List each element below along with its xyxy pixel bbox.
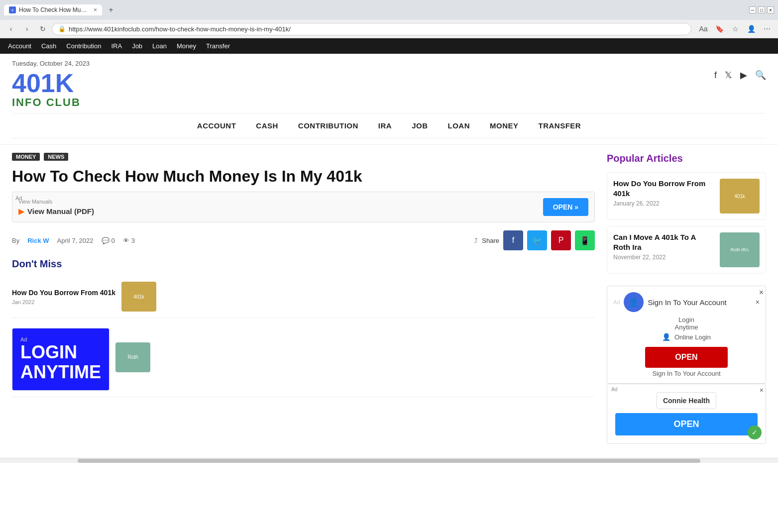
author-by-label: By (12, 237, 19, 244)
popular-text-1: How Do You Borrow From 401k January 26, … (613, 179, 714, 207)
twitter-icon[interactable]: 𝕏 (725, 70, 732, 81)
popular-item-2[interactable]: Can I Move A 401k To A Roth Ira November… (607, 226, 766, 274)
nav-cash[interactable]: CASH (256, 121, 278, 130)
content-wrapper: MONEY NEWS How To Check How Much Money I… (0, 145, 778, 458)
browser-titlebar: 4 How To Check How Much Mone... × + ─ □ … (0, 0, 778, 20)
nav-money[interactable]: MONEY (490, 121, 519, 130)
maximize-button[interactable]: □ (758, 6, 765, 13)
ad-label: Ad (15, 195, 22, 201)
dont-miss-item-1[interactable]: How Do You Borrow From 401k Jan 2022 401… (12, 276, 595, 318)
refresh-button[interactable]: ↻ (36, 22, 50, 36)
popular-thumb-1: 401k (720, 179, 760, 213)
nav-ira[interactable]: IRA (378, 121, 392, 130)
sidebar-ad-close-icon[interactable]: × (760, 386, 764, 394)
browser-chrome: 4 How To Check How Much Mone... × + ─ □ … (0, 0, 778, 38)
popup-sign-in-text: Sign In To Your Account (652, 370, 720, 377)
sidebar-ad: Ad × Connie Health OPEN ✓ (607, 384, 766, 444)
ad-banner: Ad View Manuals ▶ View Manual (PDF) OPEN… (12, 192, 595, 222)
header-top: Tuesday, October 24, 2023 401K INFO CLUB… (12, 60, 766, 109)
ad-open-button[interactable]: OPEN » (543, 198, 588, 216)
dm-date-1: Jan 2022 (12, 299, 115, 305)
address-bar[interactable]: 🔒 https://www.401kinfoclub.com/how-to-ch… (52, 23, 691, 35)
dm-thumb-img-1: 401k (121, 282, 156, 312)
search-icon[interactable]: 🔍 (755, 70, 766, 81)
login-ad-inner: Ad LOGIN ANYTIME (12, 328, 109, 390)
popup-open-button[interactable]: OPEN (645, 347, 727, 368)
dm-thumb-img-2: Roth (115, 342, 150, 372)
pinterest-share-button[interactable]: P (551, 230, 571, 250)
top-nav-contribution[interactable]: Contribution (66, 42, 101, 50)
ad-inner: View Manuals ▶ View Manual (PDF) OPEN » (12, 192, 594, 222)
header-left: Tuesday, October 24, 2023 401K INFO CLUB (12, 60, 90, 109)
settings-button[interactable]: ⋯ (760, 22, 774, 36)
sidebar-badge-icon: ✓ (748, 426, 762, 439)
article-date: April 7, 2022 (57, 237, 94, 244)
tab-close-icon[interactable]: × (94, 6, 97, 13)
twitter-share-button[interactable]: 🐦 (527, 230, 547, 250)
lock-icon: 🔒 (58, 25, 66, 32)
dont-miss-section: Don't Miss How Do You Borrow From 401k J… (12, 258, 595, 397)
popup-ad-x-alt[interactable]: × (756, 298, 760, 306)
top-nav-account[interactable]: Account (8, 42, 31, 50)
youtube-icon[interactable]: ▶ (740, 70, 747, 81)
facebook-icon[interactable]: f (714, 70, 717, 81)
top-navigation: Account Cash Contribution IRA Job Loan M… (0, 38, 778, 54)
nav-account[interactable]: ACCOUNT (197, 121, 236, 130)
top-nav-loan[interactable]: Loan (152, 42, 167, 50)
minimize-button[interactable]: ─ (749, 6, 756, 13)
popular-item-title-1: How Do You Borrow From 401k (613, 179, 714, 198)
nav-loan[interactable]: LOAN (448, 121, 470, 130)
forward-button[interactable]: › (20, 22, 34, 36)
profile-button[interactable]: 👤 (744, 22, 758, 36)
add-to-favorites-button[interactable]: 🔖 (712, 22, 726, 36)
dont-miss-item-2: Ad LOGIN ANYTIME Roth (12, 318, 595, 397)
popup-ad: × Ad 👤 Sign In To Your Account × Login A… (607, 286, 766, 384)
sidebar-open-button[interactable]: OPEN (615, 413, 758, 435)
comment-icon: 💬 (102, 237, 110, 244)
site-header: Tuesday, October 24, 2023 401K INFO CLUB… (0, 54, 778, 145)
popular-thumb-img-1: 401k (720, 179, 760, 213)
top-nav-job[interactable]: Job (132, 42, 142, 50)
popular-item-1[interactable]: How Do You Borrow From 401k January 26, … (607, 172, 766, 220)
close-window-button[interactable]: × (767, 6, 774, 13)
facebook-share-button[interactable]: f (503, 230, 523, 250)
popular-text-2: Can I Move A 401k To A Roth Ira November… (613, 232, 714, 261)
whatsapp-share-button[interactable]: 📱 (575, 230, 595, 250)
login-ad-overlay: Ad LOGIN ANYTIME (12, 328, 110, 390)
top-nav-transfer[interactable]: Transfer (206, 42, 230, 50)
new-tab-button[interactable]: + (104, 3, 118, 17)
popular-thumb-img-2: Roth IRA (720, 232, 760, 267)
comment-count: 0 (111, 237, 115, 244)
back-button[interactable]: ‹ (4, 22, 18, 36)
online-login-text: Online Login (674, 333, 711, 341)
sidebar-ad-label: Ad (609, 386, 619, 393)
ad-play-icon: ▶ (18, 207, 24, 216)
tag-money[interactable]: MONEY (12, 153, 40, 161)
view-count: 3 (131, 237, 135, 244)
ad-left: View Manuals ▶ View Manual (PDF) (18, 199, 537, 216)
top-nav-cash[interactable]: Cash (41, 42, 56, 50)
share-label: Share (482, 237, 499, 244)
nav-contribution[interactable]: CONTRIBUTION (298, 121, 358, 130)
browser-controls: ‹ › ↻ 🔒 https://www.401kinfoclub.com/how… (0, 20, 778, 38)
article-title: How To Check How Much Money Is In My 401… (12, 167, 595, 186)
popular-articles-title: Popular Articles (607, 153, 766, 164)
browser-tab[interactable]: 4 How To Check How Much Mone... × (4, 4, 102, 15)
popup-close-icon[interactable]: × (759, 288, 764, 297)
author-name[interactable]: Rick W (27, 237, 49, 244)
popup-inner: Ad 👤 Sign In To Your Account × Login Any… (613, 292, 760, 377)
nav-transfer[interactable]: TRANSFER (539, 121, 581, 130)
nav-job[interactable]: JOB (412, 121, 428, 130)
dm-thumb-2: Roth (115, 342, 150, 372)
dont-miss-title: Don't Miss (12, 258, 595, 270)
article-comments: 💬 0 (102, 237, 115, 244)
ad-view-manuals: View Manuals (18, 199, 537, 205)
favorites-button[interactable]: ☆ (728, 22, 742, 36)
site-logo[interactable]: 401K INFO CLUB (12, 70, 90, 109)
top-nav-money[interactable]: Money (177, 42, 196, 50)
horizontal-scrollbar[interactable] (0, 458, 778, 463)
reader-mode-button[interactable]: Aa (696, 22, 710, 36)
top-nav-ira[interactable]: IRA (111, 42, 122, 50)
tag-news[interactable]: NEWS (44, 153, 68, 161)
popular-item-date-2: November 22, 2022 (613, 254, 714, 261)
